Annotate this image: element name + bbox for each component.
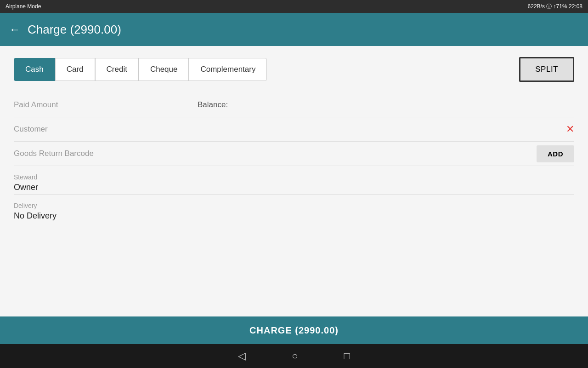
delivery-sublabel: Delivery bbox=[14, 202, 574, 209]
paid-amount-label: Paid Amount bbox=[14, 100, 115, 109]
form-section: Paid Amount Balance: Customer ✕ Goods Re… bbox=[14, 93, 574, 223]
delivery-section: Delivery No Delivery bbox=[14, 195, 574, 223]
split-button[interactable]: SPLIT bbox=[519, 57, 574, 82]
steward-sublabel: Steward bbox=[14, 173, 574, 181]
status-bar: Airplane Mode 622B/s ⓘ ↑71% 22:08 bbox=[0, 0, 588, 13]
tab-cash[interactable]: Cash bbox=[14, 58, 55, 81]
status-info: 622B/s ⓘ ↑71% 22:08 bbox=[528, 3, 582, 11]
nav-bar: ◁ ○ □ bbox=[0, 344, 588, 368]
add-button[interactable]: ADD bbox=[537, 145, 574, 162]
status-airplane: Airplane Mode bbox=[6, 3, 41, 10]
customer-clear-button[interactable]: ✕ bbox=[566, 123, 574, 135]
tab-card[interactable]: Card bbox=[55, 58, 95, 81]
charge-button-label: CHARGE (2990.00) bbox=[249, 325, 339, 336]
status-right: 622B/s ⓘ ↑71% 22:08 bbox=[528, 3, 582, 11]
customer-row: Customer ✕ bbox=[14, 117, 574, 142]
steward-value: Owner bbox=[14, 183, 574, 192]
nav-recent-icon[interactable]: □ bbox=[344, 350, 350, 362]
tab-credit[interactable]: Credit bbox=[95, 58, 139, 81]
tab-cheque[interactable]: Cheque bbox=[139, 58, 189, 81]
balance-label: Balance: bbox=[198, 100, 228, 109]
nav-back-icon[interactable]: ◁ bbox=[238, 350, 246, 362]
charge-button[interactable]: CHARGE (2990.00) bbox=[0, 316, 588, 344]
nav-home-icon[interactable]: ○ bbox=[292, 350, 298, 362]
goods-return-label: Goods Return Barcode bbox=[14, 149, 115, 158]
goods-return-row: Goods Return Barcode ADD bbox=[14, 142, 574, 166]
back-button[interactable]: ← bbox=[9, 24, 20, 35]
delivery-value: No Delivery bbox=[14, 211, 574, 221]
page-title: Charge (2990.00) bbox=[28, 23, 121, 37]
steward-section: Steward Owner bbox=[14, 166, 574, 195]
payment-tabs: Cash Card Credit Cheque Complementary bbox=[14, 58, 267, 81]
customer-label: Customer bbox=[14, 125, 115, 134]
paid-amount-row: Paid Amount Balance: bbox=[14, 93, 574, 117]
main-content: Cash Card Credit Cheque Complementary SP… bbox=[0, 46, 588, 316]
top-bar: ← Charge (2990.00) bbox=[0, 13, 588, 46]
tab-complementary[interactable]: Complementary bbox=[189, 58, 267, 81]
tabs-row: Cash Card Credit Cheque Complementary SP… bbox=[14, 57, 574, 82]
